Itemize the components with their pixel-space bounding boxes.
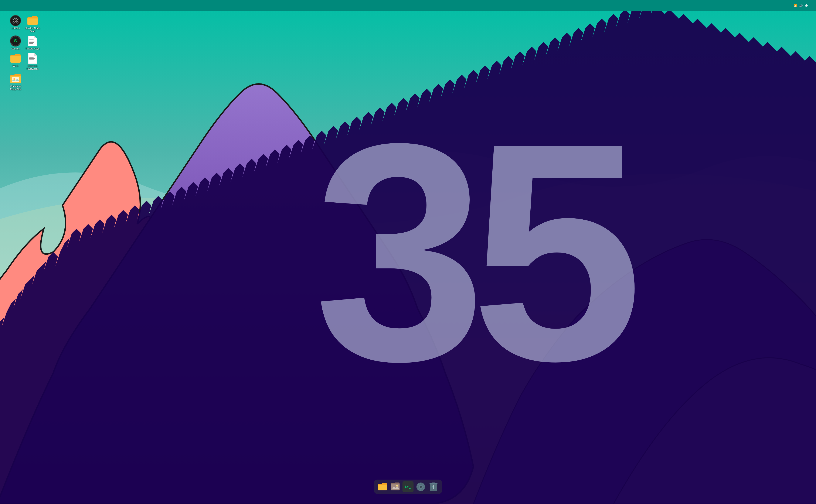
dock-settings[interactable] bbox=[415, 481, 426, 492]
desktop-icon-christmas-party[interactable]: Christmas Party Pics bbox=[8, 73, 23, 91]
svg-rect-24 bbox=[417, 486, 418, 487]
svg-rect-12 bbox=[29, 59, 34, 60]
desktop-icons: ⬡ LokiNet Service Node Stuff bbox=[8, 15, 40, 91]
svg-rect-6 bbox=[29, 40, 34, 40]
dock-trash[interactable]: ♻ bbox=[428, 481, 439, 492]
plaintext-passwords-label: Plaintext Passwords bbox=[25, 65, 40, 71]
svg-rect-25 bbox=[423, 486, 425, 487]
service-node-folder-img bbox=[27, 15, 38, 26]
svg-rect-8 bbox=[29, 42, 34, 43]
svg-rect-7 bbox=[29, 41, 35, 41]
svg-text:♻: ♻ bbox=[432, 485, 435, 488]
desktop-icon-plaintext-passwords[interactable]: Plaintext Passwords bbox=[25, 53, 40, 71]
svg-point-16 bbox=[396, 485, 398, 486]
big-number: 35 bbox=[314, 97, 628, 407]
taskbar: $>_ bbox=[374, 480, 442, 494]
lokinet-icon-img: ⬡ bbox=[10, 15, 21, 26]
wip-label: W.I.P bbox=[13, 65, 19, 68]
session-label: Session bbox=[11, 47, 20, 50]
dock-terminal[interactable]: $>_ bbox=[402, 481, 414, 492]
private-keys-file-img bbox=[27, 35, 38, 47]
desktop-icon-private-keys[interactable]: Private Keys bbox=[25, 35, 40, 50]
christmas-party-label: Christmas Party Pics bbox=[8, 85, 23, 91]
svg-rect-11 bbox=[29, 58, 35, 59]
desktop-icon-session[interactable]: S Session bbox=[8, 35, 23, 50]
service-node-label: Service Node Stuff bbox=[25, 27, 40, 33]
icon-row-3: W.I.P Plaintext Passwords bbox=[8, 53, 40, 71]
topbar: 📶 🔊 ⏻ bbox=[0, 0, 816, 11]
icon-row-4: Christmas Party Pics bbox=[8, 73, 40, 91]
desktop-icon-service-node[interactable]: Service Node Stuff bbox=[25, 15, 40, 33]
svg-rect-10 bbox=[29, 57, 34, 58]
svg-point-21 bbox=[420, 486, 422, 488]
wip-folder-img bbox=[10, 53, 21, 64]
session-icon-img: S bbox=[10, 35, 21, 47]
lokinet-label: LokiNet bbox=[11, 27, 20, 30]
svg-text:⬡: ⬡ bbox=[14, 19, 17, 22]
svg-rect-9 bbox=[29, 43, 33, 44]
desktop-icon-lokinet[interactable]: ⬡ LokiNet bbox=[8, 15, 23, 30]
icon-row-2: S Session Private Keys bbox=[8, 35, 40, 50]
dock-files[interactable] bbox=[377, 481, 388, 492]
private-keys-label: Private Keys bbox=[26, 47, 40, 50]
plaintext-passwords-file-img bbox=[27, 53, 38, 64]
volume-icon: 🔊 bbox=[799, 4, 803, 7]
svg-text:S: S bbox=[14, 38, 17, 43]
desktop-icon-wip[interactable]: W.I.P bbox=[8, 53, 23, 68]
svg-rect-32 bbox=[432, 482, 435, 483]
svg-text:$>_: $>_ bbox=[405, 485, 411, 489]
wifi-icon: 📶 bbox=[793, 4, 797, 7]
desktop: 📶 🔊 ⏻ ⬡ LokiNet bbox=[0, 0, 816, 504]
icon-row-1: ⬡ LokiNet Service Node Stuff bbox=[8, 15, 40, 33]
svg-rect-23 bbox=[420, 489, 421, 491]
christmas-party-folder-img bbox=[10, 73, 21, 84]
svg-rect-22 bbox=[420, 483, 421, 484]
dock-image-viewer[interactable] bbox=[390, 481, 401, 492]
power-icon[interactable]: ⏻ bbox=[805, 4, 808, 7]
svg-rect-13 bbox=[29, 61, 33, 61]
